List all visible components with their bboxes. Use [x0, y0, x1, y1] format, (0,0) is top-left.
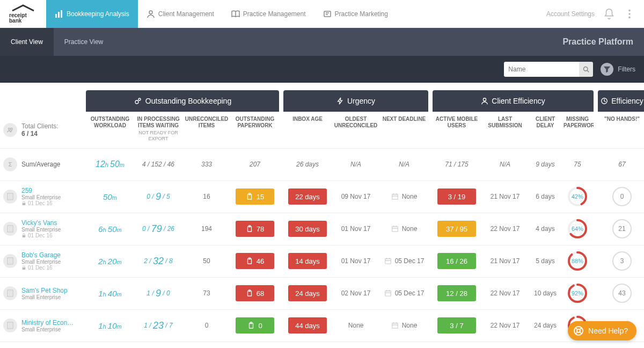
- cell-inbox-age[interactable]: 24 days: [283, 278, 332, 310]
- col-workload[interactable]: OUTSTANDING WORKLOAD: [86, 112, 134, 149]
- col-unreconciled[interactable]: UNRECONCILED ITEMS: [182, 112, 231, 149]
- client-row-left[interactable]: Vicky's Vans Small Enterprise 01 Dec 16: [0, 213, 86, 245]
- cell-mobile-users[interactable]: 3 / 7: [433, 310, 481, 342]
- bolt-icon: [336, 97, 344, 105]
- cell-paperwork[interactable]: 78: [231, 213, 279, 245]
- client-row-left[interactable]: Ministry of Econ… Small Enterprise: [0, 310, 86, 342]
- filters-button[interactable]: Filters: [601, 63, 635, 76]
- cell-paperwork[interactable]: 0: [231, 310, 279, 342]
- building-icon-wrap: [3, 254, 17, 268]
- client-row-left[interactable]: Sam's Pet Shop Small Enterprise: [0, 278, 86, 310]
- cell-mobile-users[interactable]: 37 / 95: [433, 213, 481, 245]
- client-row-left[interactable]: Bob's Garage Small Enterprise 01 Dec 16: [0, 245, 86, 278]
- sub-nav: Client View Practice View Practice Platf…: [0, 28, 644, 56]
- cell-oldest: None: [332, 310, 380, 342]
- person-icon: [481, 97, 488, 105]
- col-submission[interactable]: LAST SUBMISSION: [481, 112, 529, 149]
- client-name[interactable]: 259: [21, 187, 61, 194]
- client-name[interactable]: Sam's Pet Shop: [21, 287, 68, 294]
- cell-paperwork[interactable]: 15: [231, 181, 279, 213]
- calendar-icon: [391, 193, 399, 200]
- client-name[interactable]: Vicky's Vans: [21, 219, 61, 227]
- svg-point-15: [9, 128, 11, 130]
- client-subtype: Small Enterprise: [21, 327, 74, 332]
- top-nav: receiptbank Bookkeeping Analysis Client …: [0, 0, 644, 28]
- cell-inbox-age[interactable]: 44 days: [283, 310, 332, 342]
- cell-mobile-users[interactable]: 3 / 19: [433, 181, 481, 213]
- cell-submission: 22 Nov 17: [481, 213, 529, 245]
- svg-rect-35: [385, 259, 391, 264]
- svg-rect-6: [324, 11, 331, 17]
- cell-inbox-age[interactable]: 14 days: [283, 245, 332, 278]
- svg-rect-47: [392, 323, 398, 329]
- calendar-icon: [391, 322, 399, 329]
- search-container: [504, 62, 593, 77]
- nav-bookkeeping-analysis[interactable]: Bookkeeping Analysis: [46, 0, 138, 28]
- bell-icon[interactable]: [603, 8, 615, 20]
- building-icon-wrap: [3, 318, 17, 332]
- svg-point-16: [11, 128, 13, 130]
- cell-paperwork[interactable]: 46: [231, 245, 279, 278]
- sum-unrec: 333: [182, 149, 231, 181]
- col-processing[interactable]: IN PROCESSING ITEMS WAITINGNOT READY FOR…: [134, 112, 182, 149]
- cell-missing: 42%: [561, 181, 594, 213]
- client-date: 01 Dec 16: [21, 200, 61, 206]
- col-oldest[interactable]: OLDEST UNRECONCILED: [332, 112, 380, 149]
- svg-rect-44: [8, 322, 13, 329]
- col-deadline[interactable]: NEXT DEADLINE: [380, 112, 428, 149]
- cell-inbox-age[interactable]: 30 days: [283, 213, 332, 245]
- cell-mobile-users[interactable]: 16 / 26: [433, 245, 481, 278]
- bar-chart-icon: [55, 10, 63, 18]
- cell-workload: 50m: [86, 181, 134, 213]
- cell-processing: 0 / 9 / 5: [134, 181, 182, 213]
- sum-processing: 4 / 152 / 46: [134, 149, 182, 181]
- calendar-icon: [384, 257, 392, 265]
- cell-delay: 6 days: [529, 181, 561, 213]
- col-paperwork[interactable]: OUTSTANDING PAPERWORK: [231, 112, 279, 149]
- svg-rect-32: [23, 267, 26, 270]
- client-name[interactable]: Ministry of Econ…: [21, 319, 74, 327]
- clipboard-icon: [246, 257, 253, 265]
- sigma-icon: Σ: [3, 157, 17, 171]
- search-button[interactable]: [579, 62, 593, 77]
- cell-delay: 4 days: [529, 213, 561, 245]
- cell-processing: 0 / 79 / 26: [134, 213, 182, 245]
- tab-practice-view[interactable]: Practice View: [54, 28, 114, 56]
- calendar-icon: [384, 289, 392, 297]
- nav-practice-marketing[interactable]: Practice Marketing: [314, 0, 397, 28]
- kebab-menu-icon[interactable]: [624, 8, 635, 20]
- book-icon: [231, 10, 240, 18]
- cell-deadline: None: [380, 310, 428, 342]
- cell-processing: 1 / 23 / 7: [134, 310, 182, 342]
- col-inbox-age[interactable]: INBOX AGE: [283, 112, 332, 149]
- col-missing[interactable]: MISSING PAPERWORK: [561, 112, 594, 149]
- building-icon: [6, 289, 14, 298]
- cell-oldest: 01 Nov 17: [332, 245, 380, 278]
- life-ring-icon: [573, 325, 584, 336]
- cell-mobile-users[interactable]: 12 / 28: [433, 278, 481, 310]
- nav-label: Client Management: [158, 10, 214, 18]
- col-mobile[interactable]: ACTIVE MOBILE USERS: [433, 112, 481, 149]
- cell-oldest: 01 Nov 17: [332, 213, 380, 245]
- help-button[interactable]: Need Help?: [568, 321, 636, 340]
- client-row-left[interactable]: 259 Small Enterprise 01 Dec 16: [0, 181, 86, 213]
- nav-practice-management[interactable]: Practice Management: [223, 0, 314, 28]
- cell-processing: 2 / 32 / 8: [134, 245, 182, 278]
- missing-paperwork-donut: 92%: [567, 282, 588, 304]
- col-nohands[interactable]: "NO HANDS!": [598, 112, 644, 149]
- group-header-bookkeeping: Outstanding Bookkeeping: [86, 90, 279, 112]
- col-delay[interactable]: CLIENT DELAY: [529, 112, 561, 149]
- search-input[interactable]: [504, 62, 579, 77]
- cell-processing: 1 / 9 / 0: [134, 278, 182, 310]
- tab-client-view[interactable]: Client View: [0, 28, 54, 56]
- svg-rect-3: [58, 12, 60, 18]
- cell-inbox-age[interactable]: 22 days: [283, 181, 332, 213]
- client-name[interactable]: Bob's Garage: [21, 251, 61, 259]
- svg-point-11: [135, 100, 138, 104]
- sum-mobile: 71 / 175: [433, 149, 481, 181]
- sum-eff: 67: [598, 149, 644, 181]
- nav-client-management[interactable]: Client Management: [138, 0, 223, 28]
- account-settings-link[interactable]: Account Settings: [546, 10, 595, 18]
- cell-paperwork[interactable]: 68: [231, 278, 279, 310]
- building-icon-wrap: [3, 286, 17, 300]
